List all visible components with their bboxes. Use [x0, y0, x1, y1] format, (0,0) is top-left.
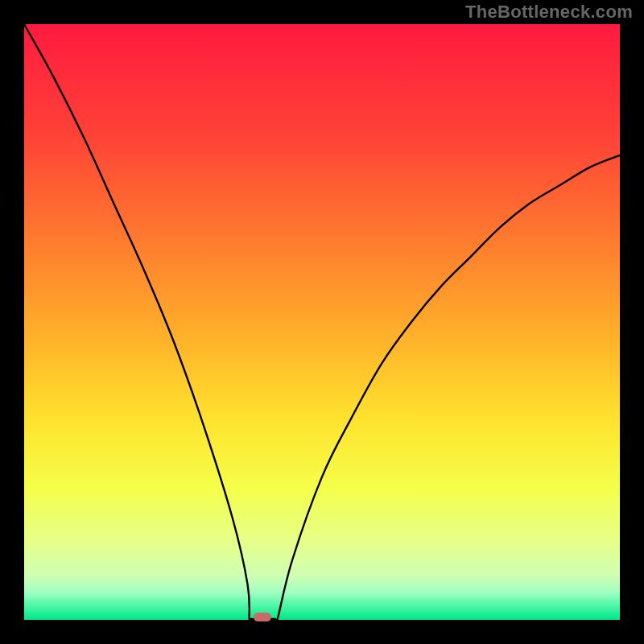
- bottleneck-chart: [0, 0, 644, 644]
- plot-background: [24, 24, 620, 620]
- watermark-text: TheBottleneck.com: [465, 2, 633, 23]
- chart-frame: TheBottleneck.com: [0, 0, 644, 644]
- optimum-marker: [254, 613, 271, 621]
